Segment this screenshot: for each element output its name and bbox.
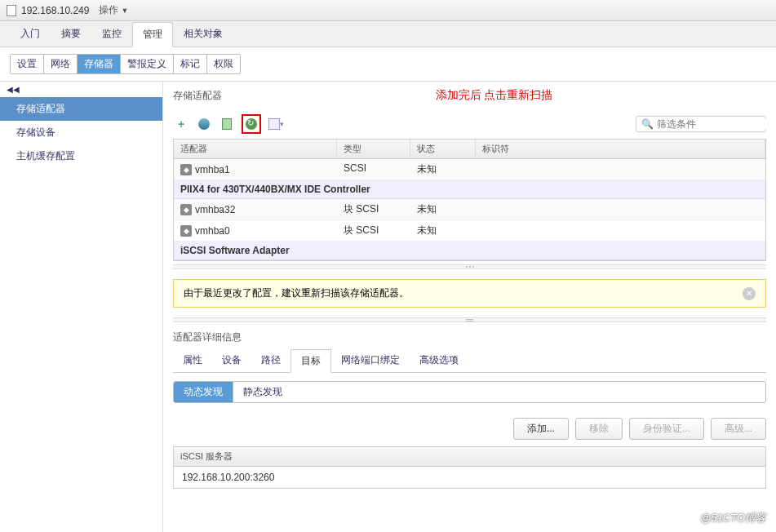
table-row[interactable]: ◆vmhba1 SCSI 未知 xyxy=(174,159,765,180)
sidebar-item-devices[interactable]: 存储设备 xyxy=(0,121,162,144)
add-button[interactable]: 添加... xyxy=(513,418,569,440)
remove-button[interactable]: 移除 xyxy=(575,418,623,440)
refresh-button[interactable] xyxy=(196,116,212,132)
server-grid: iSCSI 服务器 192.168.10.200:3260 xyxy=(173,446,766,489)
main-tabs: 入门 摘要 监控 管理 相关对象 xyxy=(0,21,776,47)
server-col-header[interactable]: iSCSI 服务器 xyxy=(174,447,765,467)
dtab-advanced[interactable]: 高级选项 xyxy=(410,349,468,372)
tab-dynamic-discovery[interactable]: 动态发现 xyxy=(174,382,233,402)
auth-button[interactable]: 身份验证... xyxy=(629,418,704,440)
dtab-network-binding[interactable]: 网络端口绑定 xyxy=(331,349,410,372)
subtab-alarms[interactable]: 警报定义 xyxy=(121,55,174,73)
server-row[interactable]: 192.168.10.200:3260 xyxy=(174,467,765,488)
tab-monitor[interactable]: 监控 xyxy=(91,21,132,47)
col-type[interactable]: 类型 xyxy=(337,140,410,158)
rescan-icon xyxy=(246,118,257,130)
tab-related[interactable]: 相关对象 xyxy=(173,21,233,47)
detail-title: 适配器详细信息 xyxy=(173,326,766,349)
subtab-tags[interactable]: 标记 xyxy=(174,55,207,73)
title-bar: 192.168.10.249 操作▼ xyxy=(0,0,776,21)
filter-input[interactable] xyxy=(657,118,776,130)
copy-icon xyxy=(268,118,280,130)
rescan-button[interactable] xyxy=(242,114,261,134)
advanced-button[interactable]: 高级... xyxy=(711,418,766,440)
search-icon: 🔍 xyxy=(641,118,654,130)
actions-menu[interactable]: 操作▼ xyxy=(99,3,128,17)
dtab-targets[interactable]: 目标 xyxy=(290,349,331,373)
col-id[interactable]: 标识符 xyxy=(476,140,765,158)
table-row[interactable]: ◆vmhba0 块 SCSI 未知 xyxy=(174,220,765,242)
add-adapter-button[interactable]: + xyxy=(173,116,189,132)
tab-manage[interactable]: 管理 xyxy=(132,22,173,47)
panel-title: 存储适配器 xyxy=(173,89,222,103)
server-icon xyxy=(222,118,232,130)
subtab-network[interactable]: 网络 xyxy=(44,55,78,73)
tab-getting-started[interactable]: 入门 xyxy=(10,21,51,47)
warning-text: 由于最近更改了配置，建议重新扫描该存储适配器。 xyxy=(184,286,409,300)
dtab-paths[interactable]: 路径 xyxy=(251,349,290,372)
sub-tab-row: 设置 网络 存储器 警报定义 标记 权限 xyxy=(0,47,776,82)
server-button[interactable] xyxy=(219,116,235,132)
subtab-storage[interactable]: 存储器 xyxy=(78,55,121,73)
warning-bar: 由于最近更改了配置，建议重新扫描该存储适配器。 ✕ xyxy=(173,279,766,308)
group-row: PIIX4 for 430TX/440BX/MX IDE Controller xyxy=(174,180,765,199)
close-icon[interactable]: ✕ xyxy=(743,287,756,300)
detail-tabs: 属性 设备 路径 目标 网络端口绑定 高级选项 xyxy=(173,349,766,373)
tab-static-discovery[interactable]: 静态发现 xyxy=(233,382,292,402)
adapter-icon: ◆ xyxy=(180,204,192,215)
watermark: @51CTO博客 xyxy=(700,511,766,525)
tab-summary[interactable]: 摘要 xyxy=(51,21,91,47)
splitter-icon[interactable]: ═ xyxy=(173,317,766,322)
dtab-devices[interactable]: 设备 xyxy=(212,349,251,372)
adapter-icon: ◆ xyxy=(180,225,192,237)
group-row: iSCSI Software Adapter xyxy=(174,242,765,260)
splitter-icon[interactable]: ⋯ xyxy=(173,264,766,269)
collapse-sidebar-icon[interactable]: ◀◀ xyxy=(0,82,162,97)
adapter-grid: 适配器 类型 状态 标识符 ◆vmhba1 SCSI 未知 PIIX4 for … xyxy=(173,139,766,261)
sidebar-item-adapters[interactable]: 存储适配器 xyxy=(0,97,162,121)
dtab-properties[interactable]: 属性 xyxy=(173,349,212,372)
filter-box[interactable]: 🔍 ▼ xyxy=(636,116,766,132)
subtab-settings[interactable]: 设置 xyxy=(11,55,44,73)
sidebar-item-cache[interactable]: 主机缓存配置 xyxy=(0,144,162,168)
host-ip: 192.168.10.249 xyxy=(21,5,89,16)
adapter-icon: ◆ xyxy=(180,164,192,175)
col-adapter[interactable]: 适配器 xyxy=(174,140,337,158)
subtab-permissions[interactable]: 权限 xyxy=(207,55,240,73)
col-status[interactable]: 状态 xyxy=(410,140,476,158)
plus-icon: + xyxy=(178,117,184,131)
globe-icon xyxy=(198,118,210,130)
copy-button[interactable]: ▾ xyxy=(268,116,284,132)
annotation-text: 添加完后 点击重新扫描 xyxy=(436,88,553,103)
table-row[interactable]: ◆vmhba32 块 SCSI 未知 xyxy=(174,199,765,220)
sidebar: ◀◀ 存储适配器 存储设备 主机缓存配置 xyxy=(0,82,163,532)
host-icon xyxy=(7,5,16,16)
